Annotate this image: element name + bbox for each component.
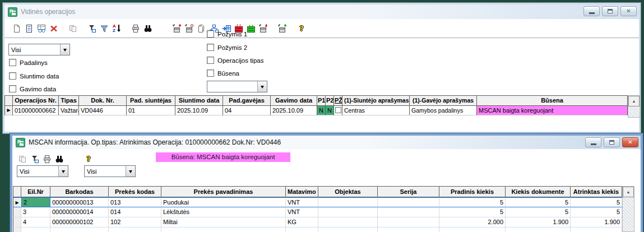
header-serija[interactable]: Serija <box>378 186 439 197</box>
delete-record-icon[interactable] <box>49 24 58 33</box>
header-pad-siuntejas[interactable]: Pad. siuntėjas <box>127 95 175 106</box>
mscan-filter1-dropdown[interactable]: Visi <box>17 165 68 177</box>
header-atrinktas-kiekis[interactable]: Atrinktas kiekis <box>571 186 622 197</box>
cell-operacijos-nr[interactable]: 010000000662 <box>13 106 59 115</box>
cell-p2[interactable]: N <box>326 106 334 115</box>
item-row[interactable]: ▶ 2 000000000013 013 Puodukai VNT 5 5 5 <box>13 197 622 207</box>
cell-objektas[interactable] <box>318 217 378 228</box>
item-row[interactable]: 4 000000000102 102 Miltai KG 2.000 1.900… <box>13 217 622 228</box>
header-tipas[interactable]: Tipas <box>59 95 79 106</box>
cell-siuntejo-aprasymas[interactable]: Centras <box>342 106 410 115</box>
cell-matavimo-vienetas[interactable]: VNT <box>286 207 318 217</box>
checkbox[interactable] <box>207 69 214 77</box>
header-gavejo-aprasymas[interactable]: (1)-Gavėjo aprašymas <box>410 95 477 106</box>
pz-checkbox[interactable] <box>335 107 341 113</box>
import-unload-icon[interactable] <box>259 24 268 33</box>
checkbox[interactable] <box>9 59 16 66</box>
cell-barkodas[interactable]: 000000000013 <box>50 197 109 207</box>
load-green-icon[interactable] <box>247 24 256 33</box>
dropdown-arrow-button[interactable] <box>257 81 267 92</box>
cell-kiekis-dokumente[interactable]: 5 <box>506 197 571 207</box>
import-new-icon[interactable] <box>173 24 182 33</box>
cell-prekes-pavadinimas[interactable]: Miltai <box>161 217 286 228</box>
header-pradinis-kiekis[interactable]: Pradinis kiekis <box>439 186 506 197</box>
new-record-icon[interactable] <box>12 24 21 33</box>
cell-eil-nr[interactable]: 3 <box>21 207 50 217</box>
help-icon[interactable]: ? <box>84 155 93 164</box>
cell-eil-nr[interactable]: 4 <box>21 217 50 228</box>
cell-eil-nr[interactable]: 2 <box>21 197 50 207</box>
print-icon[interactable] <box>43 155 52 164</box>
cell-barkodas[interactable]: 000000000014 <box>50 207 109 217</box>
cell-prekes-pavadinimas[interactable]: Lėkštutės <box>161 207 286 217</box>
assign-filter-icon[interactable] <box>87 24 96 33</box>
view-record-icon[interactable] <box>25 24 34 33</box>
copy-document-icon[interactable] <box>197 24 206 33</box>
help-icon[interactable]: ? <box>297 24 306 33</box>
header-pad-gavejas[interactable]: Pad.gavėjas <box>223 95 271 106</box>
checkbox[interactable] <box>9 85 16 92</box>
header-p1[interactable]: P1 <box>317 95 326 106</box>
operation-type-dropdown[interactable]: Visi <box>8 44 70 55</box>
checkbox[interactable] <box>207 44 214 51</box>
dropdown-arrow-button[interactable] <box>126 166 135 177</box>
assign-filter-icon[interactable] <box>30 155 39 164</box>
dropdown-arrow-button[interactable] <box>58 166 68 177</box>
header-prekes-kodas[interactable]: Prekės kodas <box>109 186 161 197</box>
scroll-up-icon[interactable]: ▲ <box>628 96 640 106</box>
copy-icon[interactable] <box>68 24 77 33</box>
cell-kiekis-dokumente[interactable]: 1.900 <box>506 217 571 228</box>
print-icon[interactable] <box>131 24 140 33</box>
filter-siuntimo-data[interactable]: Siuntimo data <box>9 72 59 80</box>
find-icon[interactable] <box>55 155 64 164</box>
find-icon[interactable] <box>143 24 152 33</box>
restore-button[interactable] <box>604 137 620 147</box>
copy-icon[interactable] <box>18 155 27 164</box>
cell-atrinktas-kiekis[interactable]: 5 <box>571 197 622 207</box>
close-button[interactable]: ✕ <box>622 137 638 147</box>
cell-barkodas[interactable]: 000000000102 <box>50 217 109 228</box>
minimize-button[interactable] <box>585 137 601 147</box>
header-barkodas[interactable]: Barkodas <box>50 186 109 197</box>
header-operacijos-nr[interactable]: Operacijos Nr. <box>13 95 59 106</box>
dropdown-arrow-button[interactable] <box>60 44 70 55</box>
cell-atrinktas-kiekis[interactable]: 5 <box>571 207 622 217</box>
sort-az-icon[interactable]: AZ <box>112 24 121 33</box>
header-objektas[interactable]: Objektas <box>318 186 378 197</box>
checkbox[interactable] <box>207 30 214 38</box>
cell-kiekis-dokumente[interactable]: 5 <box>506 207 571 217</box>
cell-pradinis-kiekis[interactable]: 2.000 <box>439 217 506 228</box>
header-busena[interactable]: Būsena <box>477 95 628 106</box>
minimize-button[interactable] <box>583 6 600 16</box>
cell-objektas[interactable] <box>318 207 378 217</box>
checkbox[interactable] <box>207 57 214 64</box>
header-prekes-pavadinimas[interactable]: Prekės pavadinimas <box>161 186 286 197</box>
cell-prekes-kodas[interactable]: 014 <box>109 207 161 217</box>
cell-matavimo-vienetas[interactable]: VNT <box>286 197 318 207</box>
filter-gavimo-data[interactable]: Gavimo data <box>9 85 56 92</box>
header-kiekis-dokumente[interactable]: Kiekis dokumente <box>506 186 571 197</box>
cell-pz[interactable] <box>334 106 342 115</box>
filter-busena[interactable]: Būsena <box>207 69 239 77</box>
titlebar-internal-operations[interactable]: R Vidinės operacijos ✕ <box>4 4 639 19</box>
filter-pozymis-1[interactable]: Požymis 1 <box>207 30 247 38</box>
filter-pozymis-2[interactable]: Požymis 2 <box>207 44 247 51</box>
filter-operacijos-tipas[interactable]: Operacijos tipas <box>207 57 263 64</box>
item-row[interactable]: 3 000000000014 014 Lėkštutės VNT 5 5 5 <box>13 207 622 217</box>
cell-gavejo-aprasymas[interactable]: Gamybos padalinys <box>410 106 477 115</box>
operations-scrollbar[interactable]: ▲ <box>628 95 640 118</box>
header-siuntejo-aprasymas[interactable]: (1)-Siuntėjo aprašymas <box>342 95 410 106</box>
cell-matavimo-vienetas[interactable]: KG <box>286 217 318 228</box>
header-matavimo-vienetas[interactable]: Matavimo vienetas <box>286 186 318 197</box>
filter-padalinys[interactable]: Padalinys <box>9 59 48 66</box>
header-siuntimo-data[interactable]: Siuntimo data <box>175 95 223 106</box>
import-load-icon[interactable] <box>278 24 287 33</box>
cell-prekes-kodas[interactable]: 102 <box>109 217 161 228</box>
titlebar-mscan[interactable]: R MSCAN informacija. Op.tipas: Atrinkima… <box>12 136 641 149</box>
cell-pradinis-kiekis[interactable]: 5 <box>439 207 506 217</box>
cell-prekes-kodas[interactable]: 013 <box>109 197 161 207</box>
cell-pradinis-kiekis[interactable]: 5 <box>439 197 506 207</box>
checkbox[interactable] <box>9 72 16 80</box>
edit-record-icon[interactable] <box>37 24 46 33</box>
cell-p1[interactable]: N <box>317 106 326 115</box>
